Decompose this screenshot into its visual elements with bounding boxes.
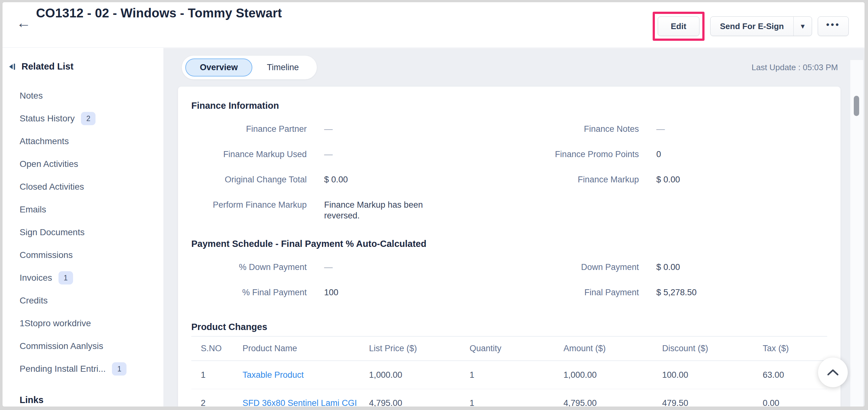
field-row: % Final Payment 100 xyxy=(191,287,509,312)
table-row: 2 SFD 36x80 Sentinel Lami CGI Impact Alu… xyxy=(191,389,827,407)
product-changes-table: S.NO Product Name List Price ($) Quantit… xyxy=(191,336,827,407)
col-discount: Discount ($) xyxy=(658,336,759,361)
edit-highlight-annotation: Edit xyxy=(653,12,705,41)
product-changes-section-title: Product Changes xyxy=(191,322,827,332)
field-row: Finance Promo Points 0 xyxy=(509,149,828,174)
field-row: Finance Markup Used — xyxy=(191,149,509,174)
sidebar-item-open-activities[interactable]: Open Activities xyxy=(20,153,163,176)
sidebar-item-commission-aanlysis[interactable]: Commission Aanlysis xyxy=(20,335,163,357)
sidebar-item-sign-documents[interactable]: Sign Documents xyxy=(20,221,163,244)
product-link[interactable]: SFD 36x80 Sentinel Lami CGI Impact Alumi… xyxy=(243,398,357,407)
col-tax: Tax ($) xyxy=(759,336,827,361)
send-esign-button[interactable]: Send For E-Sign xyxy=(711,17,794,36)
record-header: ← CO1312 - 02 - Windows - Tommy Stewart … xyxy=(3,2,865,48)
field-value: $ 5,278.50 xyxy=(656,287,697,298)
field-row: Finance Notes — xyxy=(509,124,828,149)
scrollbar-track[interactable] xyxy=(850,60,863,407)
collapse-panel-icon[interactable] xyxy=(8,62,17,71)
product-link[interactable]: Taxable Product xyxy=(243,370,304,380)
field-value: — xyxy=(656,124,665,134)
field-value: — xyxy=(324,149,333,160)
sidebar-item-invoices[interactable]: Invoices1 xyxy=(20,266,163,289)
tab-strip: Overview Timeline Last Update : 05:03 PM xyxy=(164,48,865,87)
related-list-header: Related List xyxy=(8,61,163,72)
overview-content-card: Finance Information Finance Partner — Fi… xyxy=(178,87,840,407)
scroll-to-top-button[interactable] xyxy=(818,357,848,387)
send-esign-dropdown-button[interactable]: ▾ xyxy=(794,17,812,36)
field-value: — xyxy=(324,262,333,273)
finance-field-grid: Finance Partner — Finance Markup Used — … xyxy=(191,124,827,225)
count-badge: 2 xyxy=(81,112,95,125)
back-button[interactable]: ← xyxy=(17,15,31,30)
field-value: $ 0.00 xyxy=(656,174,680,185)
header-actions: Edit Send For E-Sign ▾ ••• xyxy=(653,12,849,41)
field-value: 0 xyxy=(656,149,661,160)
field-value: $ 0.00 xyxy=(656,262,680,273)
sidebar-item-commissions[interactable]: Commissions xyxy=(20,244,163,266)
send-esign-split-button: Send For E-Sign ▾ xyxy=(710,17,812,36)
sidebar-item-closed-activities[interactable]: Closed Activities xyxy=(20,176,163,198)
count-badge: 1 xyxy=(112,362,126,376)
more-actions-button[interactable]: ••• xyxy=(818,17,849,36)
payment-field-grid: % Down Payment — % Final Payment 100 Dow… xyxy=(191,262,827,312)
chevron-up-icon xyxy=(827,369,839,376)
sidebar-item-attachments[interactable]: Attachments xyxy=(20,130,163,153)
tab-timeline[interactable]: Timeline xyxy=(252,59,313,76)
edit-button[interactable]: Edit xyxy=(658,17,700,36)
field-row: % Down Payment — xyxy=(191,262,509,287)
field-row: Finance Markup $ 0.00 xyxy=(509,174,828,199)
sidebar-item-emails[interactable]: Emails xyxy=(20,198,163,221)
sidebar-item-status-history[interactable]: Status History2 xyxy=(20,107,163,130)
sidebar-links-header: Links xyxy=(20,395,163,405)
col-name: Product Name xyxy=(239,336,365,361)
page-title: CO1312 - 02 - Windows - Tommy Stewart xyxy=(36,6,282,20)
field-row: Original Change Total $ 0.00 xyxy=(191,174,509,199)
body-row: Related List Notes Status History2 Attac… xyxy=(3,48,865,407)
count-badge: 1 xyxy=(59,271,73,284)
table-header-row: S.NO Product Name List Price ($) Quantit… xyxy=(191,336,827,361)
sidebar-item-credits[interactable]: Credits xyxy=(20,289,163,312)
last-update-text: Last Update : 05:03 PM xyxy=(752,63,838,72)
screenshot-frame: ← CO1312 - 02 - Windows - Tommy Stewart … xyxy=(0,0,868,410)
sidebar-item-1stopro-workdrive[interactable]: 1Stopro workdrive xyxy=(20,312,163,335)
payment-section-title: Payment Schedule - Final Payment % Auto-… xyxy=(191,239,827,249)
sidebar-item-pending-install-entries[interactable]: Pending Install Entri...1 xyxy=(20,357,163,380)
main-panel: Overview Timeline Last Update : 05:03 PM… xyxy=(164,48,865,407)
finance-section-title: Finance Information xyxy=(191,100,827,111)
field-value: — xyxy=(324,124,333,134)
col-list: List Price ($) xyxy=(365,336,466,361)
table-row: 1 Taxable Product 1,000.00 1 1,000.00 10… xyxy=(191,361,827,389)
related-list-title: Related List xyxy=(22,61,73,72)
field-row: Finance Partner — xyxy=(191,124,509,149)
col-sno: S.NO xyxy=(191,336,239,361)
field-row: Final Payment $ 5,278.50 xyxy=(509,287,828,312)
field-row: Down Payment $ 0.00 xyxy=(509,262,828,287)
field-value: Finance Markup has been reversed. xyxy=(324,199,435,221)
related-list-items: Notes Status History2 Attachments Open A… xyxy=(20,85,163,380)
col-amount: Amount ($) xyxy=(560,336,658,361)
field-row: Perform Finance Markup Finance Markup ha… xyxy=(191,199,509,225)
field-value: $ 0.00 xyxy=(324,174,348,185)
scrollbar-thumb[interactable] xyxy=(854,96,859,116)
app-window: ← CO1312 - 02 - Windows - Tommy Stewart … xyxy=(3,2,865,407)
field-value: 100 xyxy=(324,287,338,298)
related-list-sidebar: Related List Notes Status History2 Attac… xyxy=(3,48,164,407)
tab-overview[interactable]: Overview xyxy=(185,59,252,76)
tab-group: Overview Timeline xyxy=(182,56,317,80)
chevron-down-icon: ▾ xyxy=(801,22,804,30)
sidebar-item-notes[interactable]: Notes xyxy=(20,85,163,107)
col-qty: Quantity xyxy=(466,336,560,361)
